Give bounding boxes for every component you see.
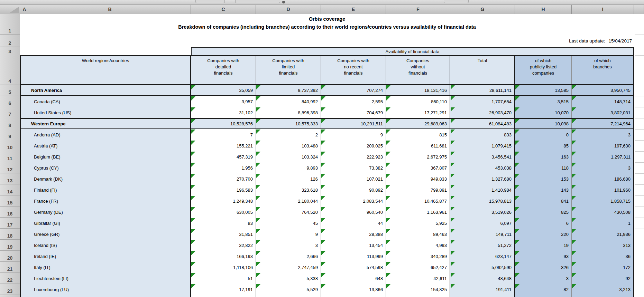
value-cell[interactable]: 42,611 (386, 273, 450, 284)
value-cell[interactable]: 949,833 (386, 173, 450, 184)
value-cell[interactable]: 85 (515, 140, 572, 151)
column-header-cell[interactable]: Companies with limited financials (256, 56, 321, 84)
country-name-cell[interactable]: Luxembourg (LU) (20, 284, 191, 295)
value-cell[interactable]: 6,097 (450, 218, 515, 229)
country-name-cell[interactable]: Denmark (DK) (20, 173, 191, 184)
value-cell[interactable]: 2,180,044 (256, 195, 321, 207)
row-header-10[interactable]: 10 (0, 140, 20, 151)
value-cell[interactable]: 26,903,470 (450, 107, 515, 118)
country-name-cell[interactable]: Austria (AT) (20, 140, 191, 151)
column-header-extra[interactable] (634, 5, 644, 14)
column-header-F[interactable]: F (386, 5, 450, 14)
country-name-cell[interactable]: Germany (DE) (20, 207, 191, 218)
value-cell[interactable]: 118 (515, 162, 572, 173)
value-cell[interactable]: 126 (256, 173, 321, 184)
value-cell[interactable]: 5,338 (256, 273, 321, 284)
value-cell[interactable]: 367,807 (386, 162, 450, 173)
value-cell[interactable]: 3,802,031 (572, 107, 634, 118)
column-header-B[interactable]: B (29, 5, 191, 14)
value-cell[interactable]: 82 (515, 284, 572, 295)
value-cell[interactable]: 841 (515, 195, 572, 207)
value-cell[interactable]: 44 (321, 218, 386, 229)
column-header-C[interactable]: C (191, 5, 256, 14)
row-header-14[interactable]: 14 (0, 184, 20, 195)
value-cell[interactable]: 48,648 (450, 273, 515, 284)
value-cell[interactable]: 107,021 (321, 173, 386, 184)
row-header-23[interactable]: 23 (0, 284, 20, 295)
value-cell[interactable]: 153 (515, 173, 572, 184)
row-header-20[interactable]: 20 (0, 251, 20, 262)
value-cell[interactable]: 10,291,511 (321, 119, 386, 128)
value-cell[interactable]: 860,110 (386, 96, 450, 107)
value-cell[interactable]: 815 (386, 129, 450, 140)
column-header-H[interactable]: H (515, 5, 572, 14)
column-header-cell[interactable]: Total (450, 56, 515, 84)
value-cell[interactable]: 1,858,715 (572, 195, 634, 207)
value-cell[interactable]: 143 (515, 184, 572, 195)
value-cell[interactable]: 10,528,576 (191, 119, 256, 128)
value-cell[interactable]: 149,711 (450, 229, 515, 240)
country-name-cell[interactable]: France (FR) (20, 195, 191, 207)
value-cell[interactable]: 28,611,141 (450, 85, 515, 95)
value-cell[interactable]: 2,747,459 (256, 262, 321, 273)
select-all-corner[interactable] (0, 5, 20, 14)
row-header-18[interactable]: 18 (0, 229, 20, 240)
value-cell[interactable] (191, 295, 256, 297)
value-cell[interactable]: 707,274 (321, 85, 386, 95)
column-header-I[interactable]: I (572, 5, 634, 14)
value-cell[interactable]: 3,515 (515, 96, 572, 107)
country-name-cell[interactable]: Belgium (BE) (20, 151, 191, 162)
value-cell[interactable]: 453,038 (450, 162, 515, 173)
value-cell[interactable]: 186,680 (572, 173, 634, 184)
value-cell[interactable]: 3,519,026 (450, 207, 515, 218)
value-cell[interactable]: 3,213 (572, 284, 634, 295)
value-cell[interactable]: 1,956 (191, 162, 256, 173)
value-cell[interactable]: 36 (572, 251, 634, 262)
value-cell[interactable]: 840,992 (256, 96, 321, 107)
row-header-13[interactable]: 13 (0, 173, 20, 184)
last-update-cell[interactable]: Last data update: 15/04/2017 (569, 35, 632, 47)
value-cell[interactable]: 1,163,961 (386, 207, 450, 218)
value-cell[interactable]: 3 (256, 240, 321, 251)
value-cell[interactable]: 326 (515, 262, 572, 273)
value-cell[interactable]: 825 (515, 207, 572, 218)
value-cell[interactable]: 51 (191, 273, 256, 284)
country-name-cell[interactable]: Gibraltar (GI) (20, 218, 191, 229)
value-cell[interactable]: 51,272 (450, 240, 515, 251)
value-cell[interactable]: 83 (191, 218, 256, 229)
value-cell[interactable]: 35,059 (191, 85, 256, 95)
value-cell[interactable]: 93 (515, 251, 572, 262)
country-name-cell[interactable] (20, 295, 191, 297)
country-name-cell[interactable]: Andorra (AD) (20, 129, 191, 140)
row-header-7[interactable]: 7 (0, 107, 20, 118)
value-cell[interactable]: 574,598 (321, 262, 386, 273)
value-cell[interactable]: 222,923 (321, 151, 386, 162)
row-header-6[interactable]: 6 (0, 96, 20, 107)
value-cell[interactable]: 1,327,680 (450, 173, 515, 184)
value-cell[interactable]: 3 (572, 162, 634, 173)
value-cell[interactable]: 163 (515, 151, 572, 162)
row-header-21[interactable]: 21 (0, 262, 20, 273)
value-cell[interactable]: 10,465,877 (386, 195, 450, 207)
value-cell[interactable]: 7,214,964 (572, 119, 634, 128)
value-cell[interactable]: 3,950,745 (572, 85, 634, 95)
value-cell[interactable]: 430,508 (572, 207, 634, 218)
country-name-cell[interactable]: Italy (IT) (20, 262, 191, 273)
value-cell[interactable]: 5,925 (386, 218, 450, 229)
row-header-3[interactable]: 3 (0, 47, 20, 55)
value-cell[interactable]: 2 (256, 129, 321, 140)
column-header-E[interactable]: E (321, 5, 386, 14)
value-cell[interactable]: 10,575,333 (256, 119, 321, 128)
value-cell[interactable]: 648 (321, 273, 386, 284)
value-cell[interactable]: 209,025 (321, 140, 386, 151)
value-cell[interactable]: 154,825 (386, 284, 450, 295)
value-cell[interactable]: 220 (515, 229, 572, 240)
value-cell[interactable]: 652,427 (386, 262, 450, 273)
row-header-1[interactable]: 1 (0, 14, 20, 35)
row-header-4[interactable]: 4 (0, 55, 20, 85)
column-header-cell[interactable]: Companies without financials (386, 56, 450, 84)
value-cell[interactable]: 61,084,483 (450, 119, 515, 128)
value-cell[interactable]: 704,679 (321, 107, 386, 118)
value-cell[interactable]: 9,737,392 (256, 85, 321, 95)
value-cell[interactable]: 960,540 (321, 207, 386, 218)
